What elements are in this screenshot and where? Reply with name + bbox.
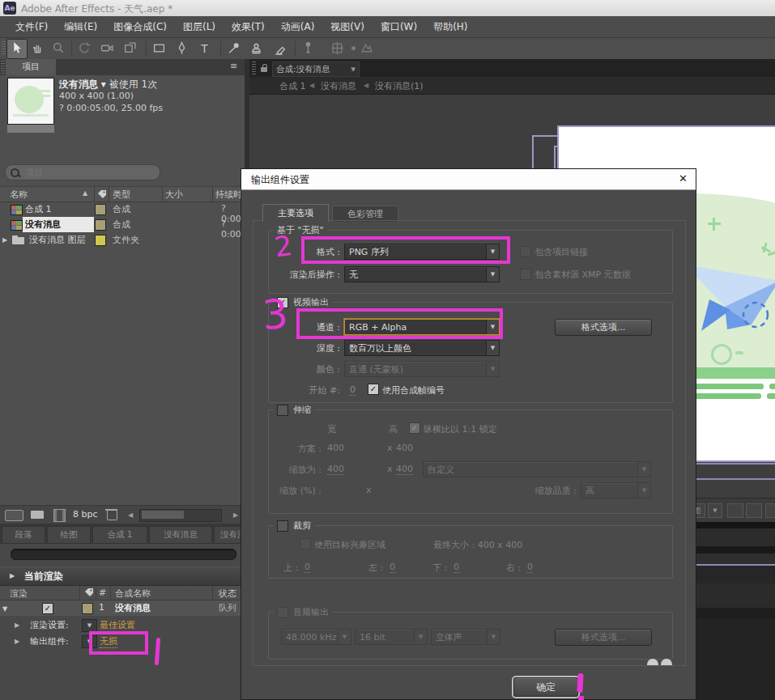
page-prev-icon[interactable]: ◀ [128, 511, 133, 519]
label-tag-icon[interactable] [84, 588, 94, 597]
height-header: 高 [389, 423, 398, 435]
menu-help[interactable]: 帮助(H) [426, 20, 475, 34]
menu-file[interactable]: 文件(F) [8, 20, 55, 34]
menu-animation[interactable]: 动画(A) [274, 20, 322, 34]
column-status[interactable]: 状态 [219, 588, 236, 600]
crop-checkbox[interactable] [277, 520, 288, 532]
comp-tab-menu-icon[interactable]: ▼ [351, 66, 359, 73]
bit-depth-label[interactable]: 8 bpc [73, 509, 98, 520]
preview-comp-name[interactable]: 没有消息 [59, 78, 98, 90]
table-row-selected[interactable]: 没有消息 合成 ?0:00 [0, 217, 245, 232]
eraser-tool-icon[interactable] [272, 41, 286, 55]
hand-tool-icon[interactable] [31, 41, 45, 55]
camera-tool-icon[interactable] [100, 41, 114, 55]
caret-down-icon[interactable]: ▾ [101, 78, 106, 90]
render-enabled-checkbox[interactable]: ✓ [42, 603, 53, 614]
breadcrumb-item[interactable]: 合成 1 [279, 80, 306, 92]
scrollbar-thumb[interactable] [142, 511, 184, 519]
disclosure-closed-icon[interactable]: ▶ [2, 236, 7, 244]
row-name[interactable]: 没有消息 图层 [29, 234, 86, 246]
menu-view[interactable]: 视图(V) [323, 20, 372, 34]
video-format-options-button[interactable]: 格式选项... [555, 319, 652, 336]
puppet-pin-tool-icon[interactable] [301, 41, 315, 55]
trash-icon[interactable] [107, 511, 117, 520]
row-type: 文件夹 [113, 234, 139, 246]
close-icon[interactable]: ✕ [679, 172, 688, 185]
queue-item-row[interactable]: ▼ ✓ 1 没有消息 队列 [0, 600, 245, 616]
tab-paint[interactable]: 绘图 [47, 526, 91, 544]
label-color-swatch[interactable] [82, 603, 93, 614]
post-render-dropdown[interactable]: 无 ▼ [344, 266, 500, 282]
breadcrumb-item[interactable]: 没有消息(1) [375, 80, 424, 92]
graph-editor-icon[interactable] [727, 503, 743, 518]
search-input[interactable] [23, 166, 156, 179]
column-render[interactable]: 渲染 [10, 588, 28, 600]
include-xmp-checkbox [520, 269, 531, 280]
current-render-header[interactable]: ▶ 当前渲染 [0, 566, 245, 586]
zoom-tool-icon[interactable] [52, 41, 66, 55]
stretch-preset-value: 自定义 [424, 464, 637, 476]
pan-behind-tool-icon[interactable] [123, 41, 137, 55]
depth-dropdown[interactable]: 数百万以上颜色 ▼ [344, 340, 500, 356]
selection-tool-icon[interactable] [10, 41, 23, 55]
label-tag-icon[interactable] [97, 189, 107, 199]
title-bar: Ae Adobe After Effects - 天气.aep * [0, 0, 775, 16]
sort-ascending-icon[interactable]: ▲ [83, 189, 87, 197]
preview-thumbnail[interactable] [7, 78, 54, 125]
menu-edit[interactable]: 编辑(E) [57, 20, 104, 34]
column-number[interactable]: # [99, 588, 106, 598]
dropdown-toggle-icon[interactable]: ▼ [708, 503, 722, 518]
workspace-icon[interactable] [360, 41, 373, 55]
row-name[interactable]: 合成 1 [25, 203, 52, 215]
align-icon[interactable] [330, 41, 344, 55]
tab-no-message[interactable]: 没有消息 [149, 526, 212, 544]
disclosure-open-icon[interactable]: ▼ [2, 605, 7, 613]
panel-menu-icon[interactable]: ≡ [230, 61, 237, 71]
row-name[interactable]: 没有消息 [25, 218, 61, 231]
stretch-checkbox[interactable] [277, 405, 288, 416]
dialog-title-bar[interactable]: 输出组件设置 ✕ [241, 169, 696, 190]
column-comp-name[interactable]: 合成名称 [115, 588, 151, 600]
disclosure-closed-icon[interactable]: ▶ [15, 638, 19, 645]
label-color-swatch[interactable] [95, 219, 106, 231]
type-tool-icon[interactable]: T [198, 41, 211, 55]
column-name[interactable]: 名称 [10, 189, 28, 201]
grid-icon[interactable] [746, 503, 762, 518]
tab-comp-viewer[interactable]: 合成:没有消息 ▼ [272, 62, 360, 77]
scrollbar-track[interactable] [139, 509, 222, 522]
disclosure-closed-icon[interactable]: ▶ [10, 572, 15, 579]
label-color-swatch[interactable] [95, 235, 106, 246]
column-size[interactable]: 大小 [165, 189, 183, 201]
interpret-footage-icon[interactable] [5, 510, 23, 521]
breadcrumb-item[interactable]: 没有消息 [321, 80, 356, 92]
tab-paragraph[interactable]: 段落 [2, 526, 45, 544]
menu-layer[interactable]: 图层(L) [176, 20, 223, 34]
use-comp-frame-number-checkbox[interactable]: ✓ [368, 384, 379, 395]
clone-stamp-tool-icon[interactable] [249, 41, 263, 55]
tab-color-management[interactable]: 色彩管理 [332, 206, 398, 222]
menu-window[interactable]: 窗口(W) [373, 20, 424, 34]
column-duration[interactable]: 持续时 [215, 189, 242, 201]
column-type[interactable]: 类型 [113, 189, 130, 201]
new-folder-icon[interactable] [31, 511, 44, 519]
render-settings-dropdown[interactable]: ▼ [82, 619, 97, 632]
table-row[interactable]: ▶ 没有消息 图层 文件夹 [0, 232, 245, 248]
label-color-swatch[interactable] [95, 204, 106, 215]
table-row[interactable]: 合成 1 合成 ?0:00 [0, 202, 245, 217]
render-settings-value[interactable]: 最佳设置 [100, 619, 135, 632]
half-icon[interactable] [765, 503, 775, 518]
page-next-icon[interactable]: ▶ [233, 511, 238, 519]
brush-tool-icon[interactable] [227, 41, 241, 55]
ok-button[interactable]: 确定 [513, 677, 578, 697]
rotation-tool-icon[interactable] [78, 41, 92, 55]
pen-tool-icon[interactable] [175, 41, 189, 55]
tab-main-options[interactable]: 主要选项 [262, 204, 329, 222]
tab-comp-1[interactable]: 合成 1 [92, 526, 147, 544]
disclosure-closed-icon[interactable]: ▶ [15, 622, 19, 629]
search-box[interactable] [5, 164, 160, 180]
new-composition-icon[interactable] [53, 509, 66, 522]
menu-effect[interactable]: 效果(T) [224, 20, 272, 34]
menu-composition[interactable]: 图像合成(C) [106, 20, 174, 34]
shape-tool-icon[interactable] [152, 41, 166, 55]
tab-project[interactable]: 项目 [6, 59, 56, 75]
